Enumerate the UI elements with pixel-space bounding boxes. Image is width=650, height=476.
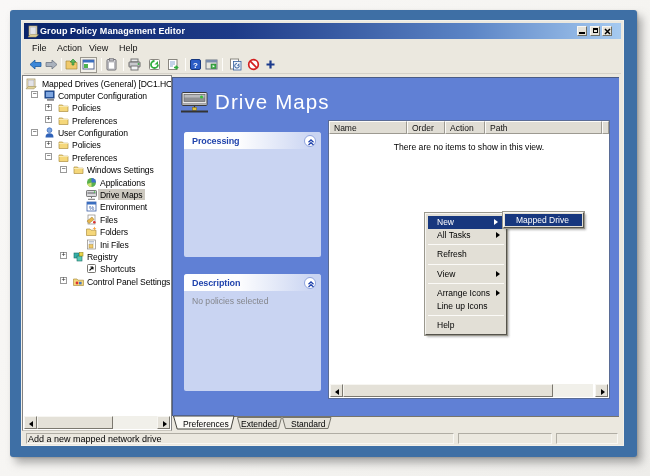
svg-text:Standard: Standard — [291, 419, 326, 429]
svg-text:Extended: Extended — [241, 419, 277, 429]
svg-text:%: % — [89, 205, 95, 211]
svg-text:Preferences: Preferences — [183, 419, 229, 429]
svg-text:?: ? — [193, 61, 198, 70]
